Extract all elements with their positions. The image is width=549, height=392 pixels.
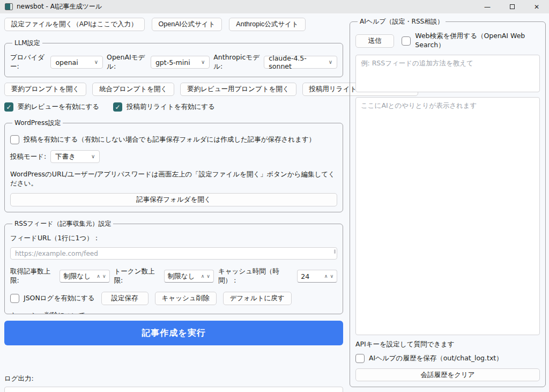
save-history-checkbox-row[interactable]: AIヘルプの履歴を保存（out/chat_log.txt） bbox=[355, 354, 540, 363]
ai-help-legend: AIヘルプ（設定・RSS相談） bbox=[358, 17, 446, 26]
anthropic-model-select[interactable]: claude-4.5-sonnet ∨ bbox=[264, 56, 337, 69]
open-integration-prompt-button[interactable]: 統合プロンプトを開く bbox=[92, 83, 174, 96]
clear-cache-button[interactable]: キャッシュ削除 bbox=[155, 292, 217, 305]
ai-help-top-row: 送信 Web検索を併用する（OpenAI Web Search） bbox=[355, 32, 540, 50]
review-enable-checkbox-row[interactable]: ✓ 要約レビューを有効にする bbox=[4, 102, 99, 112]
rss-settings-group: RSSフィード（記事収集元）設定 フィードURL（1行に1つ）： 取得記事数上限… bbox=[4, 219, 343, 314]
spin-down-icon[interactable]: ∨ bbox=[206, 273, 210, 279]
wordpress-note: WordPressのURL/ユーザー/アプリパスワードは画面左上の「設定ファイル… bbox=[10, 170, 337, 188]
chat-history-area[interactable]: ここにAIとのやりとりが表示されます bbox=[355, 97, 540, 335]
log-output-label: ログ出力: bbox=[4, 374, 343, 383]
api-key-note: APIキーを設定して質問できます bbox=[355, 340, 540, 349]
main-left-column: 設定ファイルを開く（APIはここで入力） OpenAI公式サイト Anthrop… bbox=[4, 18, 343, 392]
open-review-prompt-button[interactable]: 要約レビュー用プロンプトを開く bbox=[180, 83, 296, 96]
post-enable-checkbox-row[interactable]: 投稿を有効にする（有効にしない場合でも記事保存フォルダには作成した記事が保存され… bbox=[10, 135, 337, 144]
chat-placeholder: ここにAIとのやりとりが表示されます bbox=[361, 101, 477, 109]
web-search-checkbox-row[interactable]: Web検索を併用する（OpenAI Web Search） bbox=[402, 32, 540, 50]
maximize-icon bbox=[510, 4, 515, 9]
check-icon: ✓ bbox=[6, 103, 11, 111]
title-bar: newsbot - AI記事生成ツール — ✕ bbox=[0, 0, 549, 13]
open-summary-prompt-button[interactable]: 要約プロンプトを開く bbox=[4, 83, 86, 96]
maximize-button[interactable] bbox=[500, 0, 524, 13]
chevron-down-icon: ∨ bbox=[329, 60, 332, 65]
max-tokens-value: 制限なし bbox=[168, 272, 195, 281]
minimize-icon: — bbox=[484, 3, 491, 11]
limits-row: 取得記事数上限: 制限なし ∧ ∨ トークン数上限: 制限なし ∧ ∨ キャッシ… bbox=[10, 267, 337, 285]
web-search-checkbox[interactable] bbox=[402, 36, 411, 46]
wordpress-settings-group: WordPress設定 投稿を有効にする（有効にしない場合でも記事保存フォルダに… bbox=[4, 119, 343, 212]
json-log-checkbox[interactable] bbox=[10, 294, 19, 303]
max-articles-value: 制限なし bbox=[63, 272, 91, 281]
save-settings-button[interactable]: 設定保存 bbox=[101, 292, 149, 305]
open-save-folder-button[interactable]: 記事保存フォルダを開く bbox=[10, 193, 337, 206]
post-mode-row: 投稿モード: 下書き ∨ bbox=[10, 150, 337, 163]
provider-select[interactable]: openai ∨ bbox=[50, 56, 103, 69]
spin-down-icon[interactable]: ∨ bbox=[102, 273, 106, 279]
window-controls: — ✕ bbox=[475, 0, 549, 13]
top-toolbar: 設定ファイルを開く（APIはここで入力） OpenAI公式サイト Anthrop… bbox=[4, 18, 343, 31]
window-title: newsbot - AI記事生成ツール bbox=[17, 2, 102, 11]
chevron-down-icon: ∨ bbox=[91, 154, 95, 159]
web-search-label: Web検索を併用する（OpenAI Web Search） bbox=[415, 32, 540, 50]
spin-up-icon[interactable]: ∧ bbox=[324, 273, 328, 279]
run-article-creation-button[interactable]: 記事作成を実行 bbox=[4, 321, 343, 345]
chevron-down-icon: ∨ bbox=[94, 60, 98, 65]
anthropic-site-button[interactable]: Anthropic公式サイト bbox=[229, 18, 305, 31]
feature-toggles-row: ✓ 要約レビューを有効にする ✓ 投稿前リライトを有効にする bbox=[4, 102, 343, 112]
spin-down-icon[interactable]: ∨ bbox=[330, 273, 333, 279]
check-icon: ✓ bbox=[115, 103, 121, 111]
rss-settings-legend: RSSフィード（記事収集元）設定 bbox=[12, 219, 113, 228]
cache-note-line1: キャッシュ削除について: bbox=[10, 310, 337, 314]
send-button[interactable]: 送信 bbox=[355, 34, 394, 48]
rewrite-enable-checkbox[interactable]: ✓ bbox=[113, 102, 122, 112]
question-input[interactable]: 例: RSSフィードの追加方法を教えて bbox=[355, 55, 540, 92]
prompt-buttons-row: 要約プロンプトを開く 統合プロンプトを開く 要約レビュー用プロンプトを開く 投稿… bbox=[4, 83, 343, 96]
review-enable-checkbox[interactable]: ✓ bbox=[4, 102, 13, 112]
clear-history-button[interactable]: 会話履歴をクリア bbox=[355, 368, 540, 381]
rss-actions-row: JSONログを有効にする 設定保存 キャッシュ削除 デフォルトに戻す bbox=[10, 292, 337, 305]
question-placeholder: 例: RSSフィードの追加方法を教えて bbox=[361, 59, 473, 67]
review-enable-label: 要約レビューを有効にする bbox=[18, 102, 99, 112]
openai-site-button[interactable]: OpenAI公式サイト bbox=[152, 18, 222, 31]
cache-hours-spinbox[interactable]: 24 ∧ ∨ bbox=[297, 270, 337, 283]
reset-defaults-button[interactable]: デフォルトに戻す bbox=[223, 292, 292, 305]
cache-hours-value: 24 bbox=[301, 272, 309, 280]
spin-up-icon[interactable]: ∧ bbox=[201, 273, 205, 279]
ai-help-group: AIヘルプ（設定・RSS相談） 送信 Web検索を併用する（OpenAI Web… bbox=[350, 17, 546, 387]
post-mode-select[interactable]: 下書き ∨ bbox=[50, 150, 100, 163]
llm-settings-group: LLM設定 プロバイダー: openai ∨ OpenAIモデル: gpt-5-… bbox=[4, 39, 343, 77]
chevron-down-icon: ∨ bbox=[201, 60, 205, 65]
cache-note: キャッシュ削除について: ・cache.json を削除すると過去24時間の処理… bbox=[10, 310, 337, 314]
openai-model-select[interactable]: gpt-5-mini ∨ bbox=[151, 56, 210, 69]
rewrite-enable-label: 投稿前リライトを有効にする bbox=[127, 102, 215, 112]
app-icon bbox=[5, 3, 13, 10]
rewrite-enable-checkbox-row[interactable]: ✓ 投稿前リライトを有効にする bbox=[113, 102, 215, 112]
openai-model-label: OpenAIモデル: bbox=[107, 53, 147, 71]
post-enable-checkbox[interactable] bbox=[10, 135, 19, 144]
feed-url-input[interactable] bbox=[10, 247, 337, 260]
close-button[interactable]: ✕ bbox=[524, 0, 549, 13]
openai-model-value: gpt-5-mini bbox=[155, 58, 190, 66]
post-enable-label: 投稿を有効にする（有効にしない場合でも記事保存フォルダには作成した記事が保存され… bbox=[24, 135, 315, 144]
scrollbar-tick bbox=[334, 249, 336, 254]
max-tokens-spinbox[interactable]: 制限なし ∧ ∨ bbox=[164, 270, 214, 283]
json-log-label: JSONログを有効にする bbox=[24, 294, 95, 303]
max-tokens-label: トークン数上限: bbox=[114, 267, 160, 285]
spin-up-icon[interactable]: ∧ bbox=[97, 273, 100, 279]
ai-help-panel: AIヘルプ（設定・RSS相談） 送信 Web検索を併用する（OpenAI Web… bbox=[350, 17, 546, 387]
log-output-area[interactable] bbox=[4, 387, 343, 392]
cache-hours-label: キャッシュ時間（時間）： bbox=[218, 267, 293, 285]
llm-settings-legend: LLM設定 bbox=[12, 39, 42, 48]
max-articles-label: 取得記事数上限: bbox=[10, 267, 55, 285]
save-history-label: AIヘルプの履歴を保存（out/chat_log.txt） bbox=[369, 354, 503, 363]
minimize-button[interactable]: — bbox=[475, 0, 500, 13]
post-mode-value: 下書き bbox=[55, 152, 76, 161]
open-config-button[interactable]: 設定ファイルを開く（APIはここで入力） bbox=[4, 18, 145, 31]
max-articles-spinbox[interactable]: 制限なし ∧ ∨ bbox=[60, 270, 109, 283]
provider-value: openai bbox=[55, 58, 78, 66]
json-log-checkbox-row[interactable]: JSONログを有効にする bbox=[10, 294, 95, 303]
feed-url-label: フィードURL（1行に1つ）： bbox=[10, 234, 337, 243]
save-history-checkbox[interactable] bbox=[355, 354, 365, 363]
post-mode-label: 投稿モード: bbox=[10, 152, 46, 161]
wordpress-settings-legend: WordPress設定 bbox=[12, 119, 63, 128]
